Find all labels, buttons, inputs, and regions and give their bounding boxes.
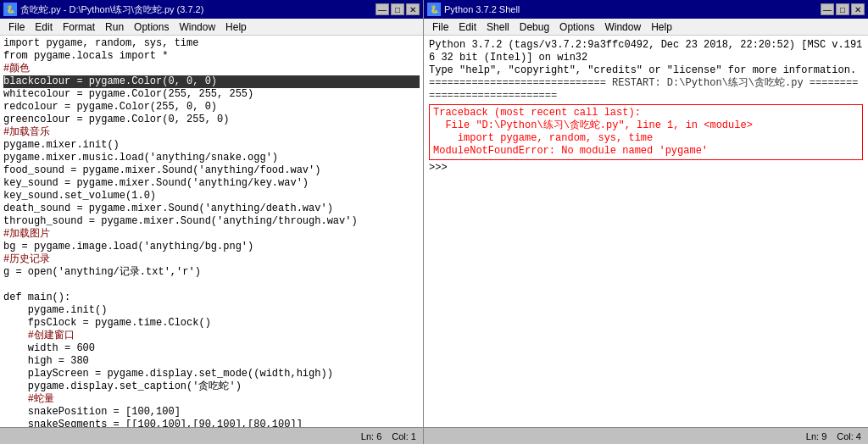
code-line: bg = pygame.image.load('anything/bg.png'…: [3, 241, 420, 253]
code-line: pygame.init(): [3, 304, 420, 317]
code-line: death_sound = pygame.mixer.Sound('anythi…: [3, 203, 420, 215]
shell-menu-options[interactable]: Options: [554, 19, 599, 35]
code-line: snakePosition = [100,100]: [3, 406, 420, 419]
editor-menu-edit[interactable]: Edit: [30, 19, 58, 35]
editor-title-left: 🐍 贪吃蛇.py - D:\Python\练习\贪吃蛇.py (3.7.2): [3, 3, 203, 16]
shell-title-text: Python 3.7.2 Shell: [444, 4, 520, 14]
shell-app-icon: 🐍: [427, 3, 441, 16]
shell-ln: Ln: 9: [806, 431, 826, 441]
editor-menu-run[interactable]: Run: [100, 19, 129, 35]
code-line: #颜色: [3, 63, 420, 75]
shell-content[interactable]: Python 3.7.2 (tags/v3.7.2:9a3ffc0492, De…: [424, 36, 868, 427]
editor-menubar: File Edit Format Run Options Window Help: [0, 19, 423, 36]
editor-col: Col: 1: [392, 431, 416, 441]
editor-minimize-button[interactable]: —: [376, 3, 389, 15]
shell-panel: 🐍 Python 3.7.2 Shell — □ ✕ File Edit She…: [424, 0, 868, 444]
editor-titlebar: 🐍 贪吃蛇.py - D:\Python\练习\贪吃蛇.py (3.7.2) —…: [0, 0, 423, 19]
error-line: ModuleNotFoundError: No module named 'py…: [433, 145, 859, 158]
code-line: snakeSegments = [[100,100],[90,100],[80,…: [3, 419, 420, 427]
code-line: fpsClock = pygame.time.Clock(): [3, 317, 420, 330]
code-line: def main():: [3, 291, 420, 304]
editor-title-text: 贪吃蛇.py - D:\Python\练习\贪吃蛇.py (3.7.2): [20, 3, 203, 16]
editor-menu-file[interactable]: File: [3, 19, 30, 35]
shell-close-button[interactable]: ✕: [851, 3, 865, 15]
error-line: import pygame, random, sys, time: [433, 132, 859, 145]
code-line: through_sound = pygame.mixer.Sound('anyt…: [3, 215, 420, 228]
editor-app-icon: 🐍: [3, 3, 17, 16]
shell-menu-debug[interactable]: Debug: [515, 19, 554, 35]
code-line: redcolour = pygame.Color(255, 0, 0): [3, 101, 420, 114]
code-line: blackcolour = pygame.Color(0, 0, 0): [3, 75, 420, 88]
shell-version-line: Python 3.7.2 (tags/v3.7.2:9a3ffc0492, De…: [429, 39, 863, 64]
editor-content[interactable]: import pygame, random, sys, timefrom pyg…: [0, 36, 423, 427]
error-line: File "D:\Python\练习\贪吃蛇.py", line 1, in <…: [433, 119, 859, 132]
code-line: key_sound = pygame.mixer.Sound('anything…: [3, 177, 420, 190]
shell-menu-file[interactable]: File: [427, 19, 453, 35]
editor-menu-help[interactable]: Help: [220, 19, 252, 35]
code-editor[interactable]: import pygame, random, sys, timefrom pyg…: [0, 36, 423, 427]
editor-ln: Ln: 6: [361, 431, 381, 441]
shell-prompt[interactable]: >>>: [429, 162, 863, 175]
editor-menu-format[interactable]: Format: [58, 19, 100, 35]
editor-menu-options[interactable]: Options: [129, 19, 174, 35]
code-line: #加载音乐: [3, 126, 420, 139]
code-line: key_sound.set_volume(1.0): [3, 190, 420, 203]
editor-menu-window[interactable]: Window: [174, 19, 220, 35]
code-line: #历史记录: [3, 253, 420, 266]
code-line: #加载图片: [3, 228, 420, 241]
code-line: pygame.display.set_caption('贪吃蛇'): [3, 380, 420, 393]
code-line: pygame.mixer.music.load('anything/snake.…: [3, 152, 420, 164]
shell-menu-edit[interactable]: Edit: [453, 19, 481, 35]
code-line: whitecolour = pygame.Color(255, 255, 255…: [3, 88, 420, 101]
editor-statusbar: Ln: 6 Col: 1: [0, 427, 423, 444]
shell-titlebar: 🐍 Python 3.7.2 Shell — □ ✕: [424, 0, 868, 19]
shell-separator-line: ============================= RESTART: D…: [429, 77, 863, 103]
shell-title-left: 🐍 Python 3.7.2 Shell: [427, 3, 520, 16]
code-line: from pygame.locals import *: [3, 50, 420, 63]
code-line: high = 380: [3, 355, 420, 368]
editor-close-button[interactable]: ✕: [406, 3, 420, 15]
shell-menu-window[interactable]: Window: [599, 19, 646, 35]
code-line: width = 600: [3, 342, 420, 355]
code-line: g = open('anything/记录.txt','r'): [3, 266, 420, 279]
editor-panel: 🐍 贪吃蛇.py - D:\Python\练习\贪吃蛇.py (3.7.2) —…: [0, 0, 424, 444]
shell-maximize-button[interactable]: □: [836, 3, 849, 15]
shell-menubar: File Edit Shell Debug Options Window Hel…: [424, 19, 868, 36]
shell-menu-help[interactable]: Help: [646, 19, 677, 35]
code-line: greencolour = pygame.Color(0, 255, 0): [3, 114, 420, 126]
shell-minimize-button[interactable]: —: [821, 3, 834, 15]
code-line: [3, 279, 420, 291]
shell-type-line: Type "help", "copyright", "credits" or "…: [429, 64, 863, 77]
error-box: Traceback (most recent call last): File …: [429, 104, 863, 160]
code-line: pygame.mixer.init(): [3, 139, 420, 152]
code-line: food_sound = pygame.mixer.Sound('anythin…: [3, 164, 420, 177]
editor-maximize-button[interactable]: □: [391, 3, 404, 15]
error-line: Traceback (most recent call last):: [433, 107, 859, 119]
shell-statusbar: Ln: 9 Col: 4: [424, 427, 868, 444]
shell-col: Col: 4: [837, 431, 861, 441]
code-line: #创建窗口: [3, 330, 420, 342]
code-line: playScreen = pygame.display.set_mode((wi…: [3, 368, 420, 380]
code-line: #蛇量: [3, 393, 420, 406]
code-line: import pygame, random, sys, time: [3, 37, 420, 50]
shell-menu-shell[interactable]: Shell: [481, 19, 515, 35]
editor-window-controls: — □ ✕: [376, 3, 420, 15]
shell-window-controls: — □ ✕: [821, 3, 865, 15]
